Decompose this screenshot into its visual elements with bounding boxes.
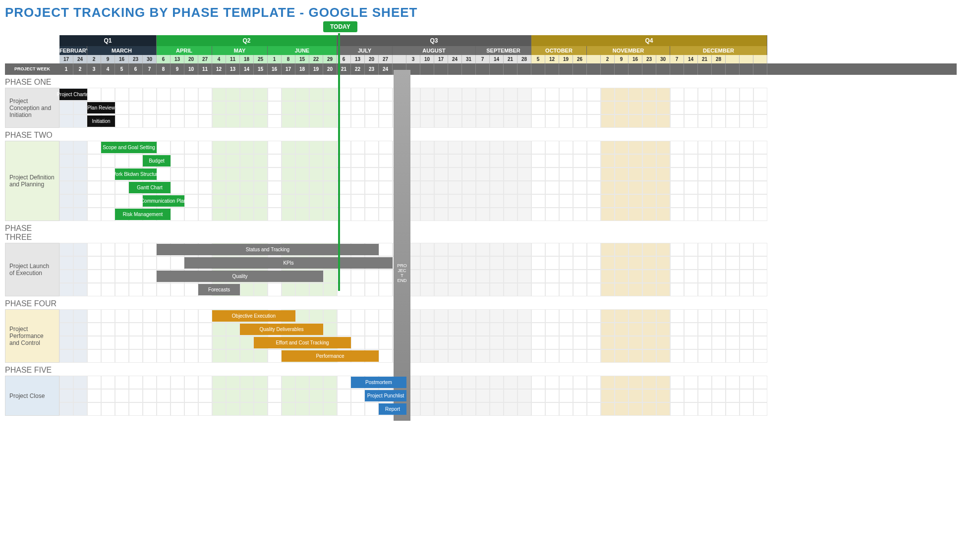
grid-cell (712, 101, 726, 114)
grid-cell (573, 323, 587, 336)
grid-cell (559, 376, 573, 389)
date-cell: 17 (434, 55, 448, 63)
grid-cell (670, 114, 684, 128)
grid-cell (379, 309, 393, 323)
grid-cell (448, 402, 462, 416)
task-bar[interactable]: Objective Execution (212, 310, 295, 322)
grid-cell (587, 101, 601, 114)
grid-cell (73, 101, 87, 114)
grid-cell (670, 376, 684, 389)
task-bar[interactable]: Effort and Cost Tracking (254, 337, 351, 348)
grid-cell (365, 154, 379, 168)
grid-cell (656, 181, 670, 194)
grid-cell (240, 101, 254, 114)
grid-cell (101, 194, 115, 208)
grid-cell (420, 256, 434, 270)
grid-cell (726, 402, 740, 416)
grid-cell (212, 141, 226, 154)
grid-cell (545, 256, 559, 270)
grid-cell (73, 336, 87, 349)
grid-cell (684, 181, 698, 194)
task-bar[interactable]: Budget (143, 155, 171, 167)
grid-cell (545, 270, 559, 283)
task-bar[interactable]: Report (379, 403, 406, 415)
grid-cell (171, 309, 184, 323)
grid-cell (615, 256, 629, 270)
task-bar[interactable]: Project Charter (59, 89, 87, 100)
grid-cell (601, 389, 615, 402)
grid-cell (157, 323, 171, 336)
grid-cell (573, 256, 587, 270)
task-bar[interactable]: Forecasts (198, 284, 240, 295)
grid-cell (504, 243, 517, 256)
date-cell: 26 (573, 55, 587, 63)
task-bar[interactable]: Postmortem (351, 377, 406, 388)
grid-cell (587, 114, 601, 128)
date-cell (587, 55, 601, 63)
grid-cell (462, 323, 476, 336)
grid-cell (726, 101, 740, 114)
grid-cell (476, 323, 490, 336)
grid-cell (629, 114, 642, 128)
grid-cell (295, 402, 309, 416)
task-bar[interactable]: Scope and Goal Setting (101, 142, 157, 153)
grid-cell (129, 88, 143, 101)
grid-cell (545, 88, 559, 101)
grid-cell (198, 389, 212, 402)
grid-cell (629, 323, 642, 336)
grid-cell (670, 101, 684, 114)
grid-cell (157, 141, 171, 154)
task-bar[interactable]: Communication Plan (143, 195, 184, 207)
grid-cell (198, 88, 212, 101)
grid-cell (59, 376, 73, 389)
grid-cell (615, 402, 629, 416)
grid-cell (531, 101, 545, 114)
grid-cell (462, 309, 476, 323)
task-bar[interactable]: Status and Tracking (157, 244, 379, 255)
grid-cell (448, 141, 462, 154)
task-bar[interactable]: Project Punchlist (365, 390, 406, 401)
grid-cell (531, 270, 545, 283)
grid-cell (254, 88, 268, 101)
grid-cell (101, 336, 115, 349)
grid-cell (171, 336, 184, 349)
task-bar[interactable]: Quality (157, 271, 323, 282)
grid-cell (531, 208, 545, 221)
grid-cell (240, 168, 254, 181)
grid-cell (670, 141, 684, 154)
grid-cell (184, 208, 198, 221)
week-cell: 6 (129, 63, 143, 75)
grid-cell (171, 141, 184, 154)
task-bar[interactable]: Plan Review (87, 102, 115, 113)
task-bar[interactable]: Work Bkdwn Structure (115, 168, 157, 180)
grid-cell (753, 243, 767, 256)
grid-cell (337, 376, 351, 389)
grid-cell (115, 243, 129, 256)
grid-cell (698, 389, 712, 402)
grid-cell (545, 336, 559, 349)
grid-cell (420, 114, 434, 128)
grid-cell (726, 168, 740, 181)
grid-cell (59, 389, 73, 402)
grid-cell (504, 376, 517, 389)
grid-cell (351, 181, 365, 194)
task-bar[interactable]: Performance (282, 350, 379, 362)
task-bar[interactable]: Risk Management (115, 209, 171, 220)
task-bar[interactable]: Initiation (87, 115, 115, 127)
task-bar[interactable]: KPIs (184, 257, 393, 269)
grid-cell (684, 349, 698, 363)
grid-cell (656, 194, 670, 208)
week-cell (684, 63, 698, 75)
grid-cell (642, 114, 656, 128)
task-bar[interactable]: Gantt Chart (129, 182, 171, 193)
grid-cell (573, 402, 587, 416)
grid-cell (184, 194, 198, 208)
date-cell: 4 (212, 55, 226, 63)
grid-cell (212, 323, 226, 336)
grid-cell (753, 181, 767, 194)
phase-title: PHASE TWO (5, 128, 59, 141)
grid-cell (295, 283, 309, 296)
date-cell: 20 (184, 55, 198, 63)
grid-cell (101, 154, 115, 168)
task-bar[interactable]: Quality Deliverables (240, 324, 323, 335)
